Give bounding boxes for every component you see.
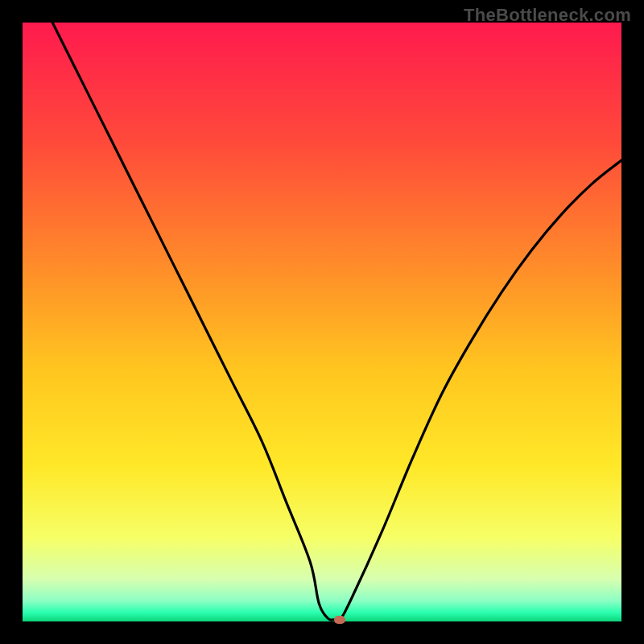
optimal-point-marker <box>334 616 345 624</box>
plot-svg <box>23 23 621 621</box>
gradient-background <box>23 23 621 621</box>
watermark-text: TheBottleneck.com <box>464 5 631 26</box>
plot-area <box>23 23 621 621</box>
chart-frame: TheBottleneck.com <box>0 0 644 644</box>
